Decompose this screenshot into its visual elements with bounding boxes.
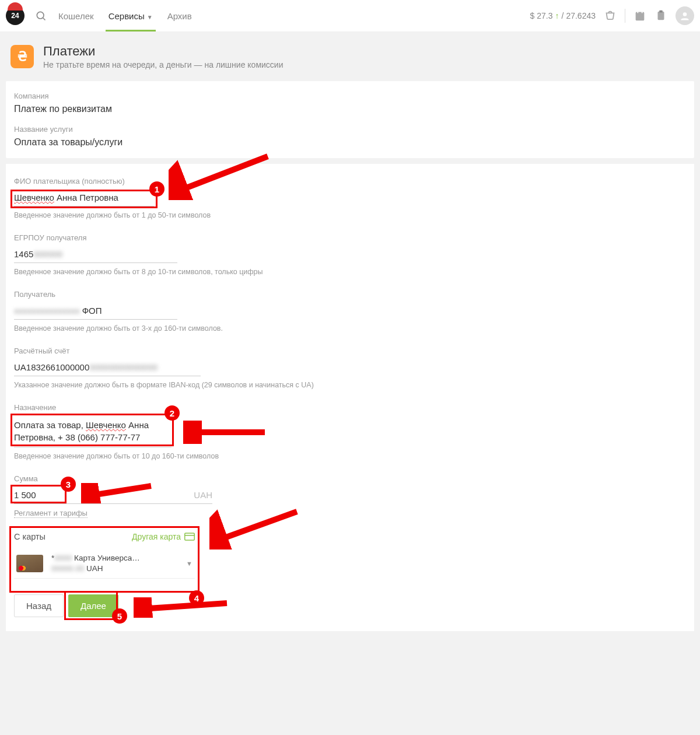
- currency-rate: $ 27.3 ↑ / 27.6243: [530, 11, 596, 20]
- svg-rect-2: [636, 12, 645, 21]
- app-logo: 24: [6, 6, 24, 25]
- page-header: ₴ Платежи Не тратьте время на очереди, а…: [0, 32, 700, 81]
- tariffs-link[interactable]: Регламент и тарифы: [14, 509, 88, 518]
- clipboard-icon[interactable]: [654, 9, 667, 22]
- account-input[interactable]: UA183266100000000000000000000: [14, 360, 201, 376]
- company-label: Компания: [14, 92, 686, 100]
- chevron-down-icon: ▼: [186, 560, 192, 567]
- info-card: Компания Платеж по реквизитам Название у…: [6, 81, 694, 158]
- cardpick-title: С карты: [14, 532, 46, 541]
- top-bar: 24 Кошелек Сервисы▼ Архив $ 27.3 ↑ / 27.…: [0, 0, 700, 32]
- egrpou-help: Введенное значение должно быть от 8 до 1…: [14, 268, 686, 276]
- recipient-help: Введенное значение должно быть от 3-х до…: [14, 324, 686, 332]
- recipient-group: Получатель xxxxxxxxxxxxxxx ФОП Введенное…: [14, 290, 686, 332]
- amount-group: Сумма 1 500 UAH Регламент и тарифы 3: [14, 474, 686, 518]
- payer-input[interactable]: Шевченко Анна Петровна: [14, 190, 154, 206]
- hryvnia-icon: ₴: [10, 45, 34, 68]
- card-info: *0000 Карта Универса… 00000.00 UAH: [51, 553, 140, 573]
- service-value: Оплата за товары/услуги: [14, 137, 686, 148]
- payer-group: ФИО плательщика (полностью) Шевченко Анн…: [14, 177, 686, 219]
- page-title: Платежи: [43, 44, 283, 59]
- nav-services[interactable]: Сервисы▼: [108, 1, 153, 32]
- amount-input[interactable]: 1 500 UAH: [14, 488, 212, 504]
- payment-form: ФИО плательщика (полностью) Шевченко Анн…: [6, 164, 694, 631]
- search-icon[interactable]: [35, 10, 47, 22]
- top-right: $ 27.3 ↑ / 27.6243: [530, 6, 694, 25]
- card-select[interactable]: *0000 Карта Универса… 00000.00 UAH ▼: [14, 548, 195, 579]
- rate-up-icon: ↑: [555, 11, 559, 20]
- purpose-group: Назначение Оплата за товар, Шевченко Анн…: [14, 403, 686, 460]
- svg-rect-11: [185, 533, 195, 540]
- service-label: Название услуги: [14, 125, 686, 134]
- card-source-group: С карты Другая карта *0000 Карта Универс…: [14, 532, 686, 579]
- svg-rect-6: [659, 10, 663, 13]
- card-thumbnail: [16, 555, 43, 572]
- svg-rect-4: [642, 10, 643, 13]
- credit-card-icon: [184, 533, 195, 541]
- nav-wallet[interactable]: Кошелек: [58, 1, 94, 32]
- svg-line-1: [43, 18, 46, 20]
- other-card-link[interactable]: Другая карта: [132, 532, 195, 541]
- amount-currency: UAH: [194, 490, 212, 500]
- nav-archive[interactable]: Архив: [167, 1, 192, 32]
- user-avatar[interactable]: [676, 6, 694, 25]
- purpose-input[interactable]: Оплата за товар, Шевченко Анна Петровна,…: [14, 416, 172, 447]
- next-button[interactable]: Далее: [68, 594, 118, 617]
- account-group: Расчётный счёт UA18326610000000000000000…: [14, 346, 686, 389]
- page-subtitle: Не тратьте время на очереди, а деньги — …: [43, 60, 283, 69]
- purpose-help: Введенное значение должно быть от 10 до …: [14, 452, 686, 460]
- recipient-input[interactable]: xxxxxxxxxxxxxxx ФОП: [14, 303, 177, 320]
- chevron-down-icon: ▼: [147, 14, 153, 20]
- back-button[interactable]: Назад: [14, 594, 64, 617]
- account-label: Расчётный счёт: [14, 346, 686, 355]
- amount-label: Сумма: [14, 474, 686, 483]
- svg-point-7: [683, 12, 687, 16]
- purpose-label: Назначение: [14, 403, 686, 412]
- divider: [625, 9, 625, 23]
- account-help: Указанное значение должно быть в формате…: [14, 381, 686, 389]
- recipient-label: Получатель: [14, 290, 686, 299]
- svg-line-8: [177, 156, 268, 191]
- egrpou-group: ЕГРПОУ получателя 1465000000 Введенное з…: [14, 233, 686, 276]
- calendar-icon[interactable]: [634, 9, 646, 22]
- cart-icon[interactable]: [604, 9, 617, 22]
- egrpou-label: ЕГРПОУ получателя: [14, 233, 686, 242]
- svg-rect-3: [637, 10, 638, 13]
- svg-line-14: [141, 603, 227, 609]
- payer-help: Введенное значение должно быть от 1 до 5…: [14, 211, 686, 219]
- company-value: Платеж по реквизитам: [14, 104, 686, 114]
- actions-row: Назад Далее 5: [14, 594, 686, 617]
- egrpou-input[interactable]: 1465000000: [14, 247, 177, 263]
- top-nav: Кошелек Сервисы▼ Архив: [58, 1, 192, 32]
- svg-rect-5: [658, 12, 664, 20]
- svg-point-0: [37, 12, 44, 19]
- payer-label: ФИО плательщика (полностью): [14, 177, 686, 186]
